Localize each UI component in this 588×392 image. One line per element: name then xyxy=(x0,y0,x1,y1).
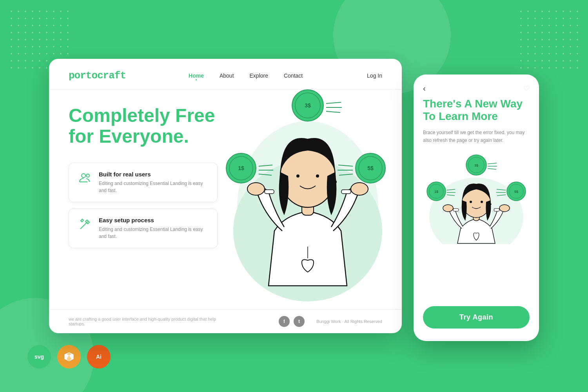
svg-point-4 xyxy=(86,174,89,177)
feature-1-content: Built for real users Editing and customi… xyxy=(99,171,208,194)
hero-section: Completely Free for Everyone. Built xyxy=(49,90,402,325)
feature-card-2: Easy setup process Editing and customizi… xyxy=(69,209,218,248)
feature-1-desc: Editing and customizing Essential Landin… xyxy=(99,180,208,194)
feature-card-1: Built for real users Editing and customi… xyxy=(69,163,218,202)
mobile-cta-area: Try Again xyxy=(414,298,539,341)
svg-point-31 xyxy=(247,183,265,195)
main-illustration-svg: 1$ 3$ xyxy=(214,82,402,301)
svg-text:5$: 5$ xyxy=(367,165,374,171)
svg-point-28 xyxy=(296,174,299,178)
svg-point-57 xyxy=(481,201,483,203)
tools-icon xyxy=(78,217,93,231)
svg-line-18 xyxy=(326,111,340,113)
back-icon[interactable]: ‹ xyxy=(423,84,426,93)
svg-line-45 xyxy=(488,163,497,164)
svg-badge: svg xyxy=(27,345,51,368)
mobile-description: Brace yourself till we get the error fix… xyxy=(414,129,539,144)
nav-explore[interactable]: Explore xyxy=(250,73,268,79)
sketch-icon xyxy=(63,350,75,363)
svg-point-29 xyxy=(316,174,319,178)
svg-text:3$: 3$ xyxy=(305,102,311,109)
desktop-mockup: portocraft Home About Explore Contact Lo… xyxy=(49,59,402,333)
svg-line-16 xyxy=(326,102,341,103)
ai-badge: Ai xyxy=(87,345,111,368)
svg-rect-34 xyxy=(341,190,351,194)
svg-rect-32 xyxy=(265,190,274,194)
footer-copyright: Bunggi Work · All Rights Reserved xyxy=(316,319,382,324)
badge-icons-container: svg Ai xyxy=(27,345,111,368)
hero-left: Completely Free for Everyone. Built xyxy=(69,105,233,325)
svg-point-3 xyxy=(82,174,85,178)
mobile-title: There's A New Way To Learn More xyxy=(414,98,539,123)
mobile-illustration-svg: 1$ 3$ 5$ xyxy=(421,154,531,244)
svg-point-30 xyxy=(334,180,337,183)
users-icon xyxy=(78,171,93,185)
svg-point-58 xyxy=(490,203,492,205)
svg-text:3$: 3$ xyxy=(474,163,478,167)
hero-illustration: 1$ 3$ xyxy=(214,82,402,301)
svg-rect-62 xyxy=(494,209,499,211)
sketch-badge xyxy=(57,345,81,368)
hero-title: Completely Free for Everyone. xyxy=(69,105,233,147)
facebook-icon[interactable]: f xyxy=(279,316,290,327)
svg-point-56 xyxy=(470,201,472,203)
mobile-header: ‹ ♡ xyxy=(414,74,539,98)
svg-line-47 xyxy=(488,169,496,169)
mobile-mockup: ‹ ♡ There's A New Way To Learn More Brac… xyxy=(414,74,539,341)
svg-point-33 xyxy=(351,183,368,195)
nav-home[interactable]: Home xyxy=(189,73,204,79)
logo: portocraft xyxy=(69,70,126,82)
social-links: f t xyxy=(279,316,305,327)
try-again-button[interactable]: Try Again xyxy=(423,306,530,328)
feature-1-title: Built for real users xyxy=(99,171,208,178)
svg-text:5$: 5$ xyxy=(514,190,518,194)
svg-point-61 xyxy=(499,205,510,212)
feature-2-desc: Editing and customizing Essential Landin… xyxy=(99,226,208,240)
svg-point-59 xyxy=(443,205,453,212)
nav-contact[interactable]: Contact xyxy=(284,73,303,79)
nav-links: Home About Explore Contact xyxy=(189,73,303,79)
feature-2-content: Easy setup process Editing and customizi… xyxy=(99,217,208,240)
main-container: portocraft Home About Explore Contact Lo… xyxy=(49,51,539,341)
svg-rect-60 xyxy=(453,209,459,211)
twitter-icon[interactable]: t xyxy=(294,316,305,327)
login-button[interactable]: Log In xyxy=(367,73,382,79)
svg-text:1$: 1$ xyxy=(434,190,438,194)
feature-2-title: Easy setup process xyxy=(99,217,208,223)
svg-text:1$: 1$ xyxy=(238,165,244,171)
mobile-illustration: 1$ 3$ 5$ xyxy=(414,152,539,246)
heart-icon[interactable]: ♡ xyxy=(523,84,530,93)
nav-about[interactable]: About xyxy=(220,73,234,79)
